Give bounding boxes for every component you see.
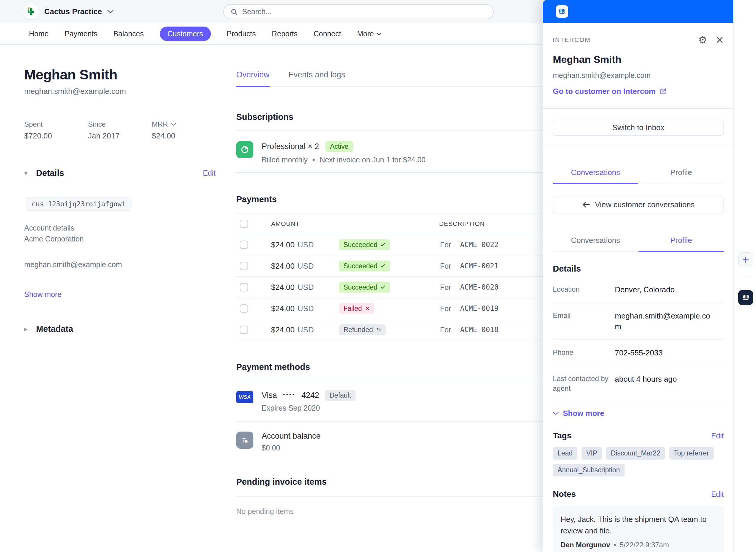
- intercom-panel-header: [543, 0, 733, 23]
- divider: [24, 184, 215, 184]
- row-checkbox[interactable]: [240, 241, 248, 249]
- nav-item-more[interactable]: More: [357, 29, 382, 38]
- payment-row[interactable]: $24.00USD Succeeded For ACME-0020: [236, 277, 543, 298]
- status-label: Active: [330, 143, 349, 151]
- chevron-down-icon: [107, 9, 114, 14]
- customer-detail-main: Overview Events and logs Subscriptions P…: [236, 70, 543, 516]
- tab-events-and-logs[interactable]: Events and logs: [288, 70, 345, 87]
- account-details-label: Account details: [24, 224, 216, 232]
- tab-profile[interactable]: Profile: [638, 168, 724, 177]
- search-input[interactable]: [242, 7, 473, 16]
- nav-item-reports[interactable]: Reports: [272, 29, 298, 38]
- metadata-title: Metadata: [36, 324, 73, 334]
- nav-item-connect[interactable]: Connect: [313, 29, 341, 38]
- notes-title: Notes: [553, 490, 576, 499]
- card-last4: 4242: [301, 391, 319, 400]
- tab-profile[interactable]: Profile: [638, 236, 724, 245]
- account-balance-row[interactable]: Account balance $0.00: [236, 432, 543, 452]
- chevron-down-icon: [553, 411, 559, 415]
- detail-label: Location: [553, 284, 615, 295]
- app-dock: [733, 0, 756, 552]
- row-checkbox[interactable]: [240, 304, 248, 313]
- tags-title: Tags: [553, 431, 572, 440]
- panel-show-more-link[interactable]: Show more: [553, 409, 724, 418]
- check-icon: [380, 285, 385, 290]
- card-row[interactable]: VISA Visa •••• 4242 Default Expires Sep …: [236, 390, 543, 412]
- detail-value: meghan.smith@example.com: [615, 310, 715, 332]
- currency: USD: [298, 261, 314, 270]
- notes-header: Notes Edit: [553, 490, 724, 499]
- tags-edit-button[interactable]: Edit: [711, 432, 724, 440]
- subscription-row[interactable]: Professional × 2 Active Billed monthly •…: [236, 141, 543, 164]
- status-label: Succeeded: [344, 241, 377, 249]
- payment-row[interactable]: $24.00USD Succeeded For ACME-0021: [236, 255, 543, 277]
- tag-pill: Annual_Subscription: [553, 464, 625, 476]
- status-badge-succeeded: Succeeded: [339, 239, 390, 250]
- caret-down-icon[interactable]: ▾: [24, 169, 36, 177]
- nav-item-products[interactable]: Products: [227, 29, 256, 38]
- check-icon: [380, 263, 385, 268]
- payment-row[interactable]: $24.00USD Refunded For ACME-0018: [236, 319, 543, 340]
- row-checkbox[interactable]: [240, 325, 248, 334]
- tag-list: Lead VIP Discount_Mar22 Top referrer Ann…: [553, 447, 724, 476]
- tags-header: Tags Edit: [553, 431, 724, 440]
- amount: $24.00: [271, 261, 295, 270]
- account-switcher[interactable]: Cactus Practice: [23, 4, 114, 19]
- details-edit-button[interactable]: Edit: [203, 169, 216, 177]
- close-icon[interactable]: [716, 36, 724, 44]
- invoice-id: ACME-0021: [460, 262, 499, 270]
- account-name: Cactus Practice: [44, 7, 102, 16]
- details-title: Details: [36, 168, 64, 178]
- view-customer-conversations-button[interactable]: View customer conversations: [553, 196, 724, 213]
- payment-row[interactable]: $24.00USD Failed For ACME-0019: [236, 298, 543, 319]
- stat-mrr: MRR $24.00: [152, 120, 216, 141]
- tab-conversations[interactable]: Conversations: [553, 236, 638, 245]
- switch-to-inbox-button[interactable]: Switch to Inbox: [553, 120, 724, 135]
- detail-value: Denver, Colorado: [615, 284, 715, 295]
- nav-item-balances[interactable]: Balances: [113, 29, 144, 38]
- check-icon: [380, 242, 385, 247]
- divider: [236, 496, 543, 497]
- details-show-more-link[interactable]: Show more: [24, 290, 216, 299]
- invoice-id: ACME-0022: [460, 241, 499, 249]
- divider: [236, 421, 543, 422]
- pending-invoice-section: Pending invoice items No pending items: [236, 477, 543, 516]
- app-title-row: INTERCOM ⚙: [553, 35, 724, 45]
- intercom-icon: [741, 293, 750, 302]
- for-label: For: [440, 240, 451, 249]
- nav-item-customers[interactable]: Customers: [160, 27, 211, 41]
- default-badge: Default: [325, 390, 356, 401]
- amount: $24.00: [271, 282, 295, 291]
- note-author: Den Morgunov: [560, 541, 610, 549]
- add-app-button[interactable]: [738, 252, 753, 267]
- card-brand: Visa: [262, 391, 277, 400]
- subscriptions-section: Subscriptions Professional × 2 Active: [236, 112, 543, 173]
- tab-conversations[interactable]: Conversations: [553, 168, 638, 177]
- status-label: Refunded: [344, 325, 373, 333]
- nav-item-home[interactable]: Home: [29, 29, 49, 38]
- customer-id-pill[interactable]: cus_123oijq23roijafgowi: [26, 197, 131, 211]
- search-box[interactable]: [223, 4, 494, 19]
- stripe-dashboard: Cactus Practice Home Payments Balances C…: [0, 0, 756, 552]
- status-badge-refunded: Refunded: [339, 324, 386, 335]
- tab-overview[interactable]: Overview: [236, 70, 270, 87]
- row-checkbox[interactable]: [240, 262, 248, 270]
- panel-customer-name: Meghan Smith: [553, 54, 724, 65]
- nav-item-payments[interactable]: Payments: [65, 29, 98, 38]
- notes-edit-button[interactable]: Edit: [711, 490, 724, 499]
- gear-icon[interactable]: ⚙: [699, 35, 707, 45]
- chevron-down-icon[interactable]: [171, 123, 176, 126]
- panel-tabs-bottom: Conversations Profile: [553, 213, 724, 252]
- go-to-intercom-link[interactable]: Go to customer on Intercom: [553, 87, 724, 96]
- invoice-icon: [236, 432, 253, 449]
- select-all-checkbox[interactable]: [240, 220, 248, 228]
- intercom-app-button[interactable]: [738, 290, 753, 305]
- panel-details-title: Details: [553, 264, 724, 274]
- details-header: ▾ Details Edit: [24, 168, 216, 178]
- row-checkbox[interactable]: [240, 283, 248, 291]
- divider: [737, 278, 752, 278]
- metadata-header[interactable]: ▸ Metadata: [24, 324, 216, 334]
- page-title: Meghan Smith: [24, 66, 216, 83]
- plus-icon: [742, 256, 750, 264]
- payment-row[interactable]: $24.00USD Succeeded For ACME-0022: [236, 234, 543, 255]
